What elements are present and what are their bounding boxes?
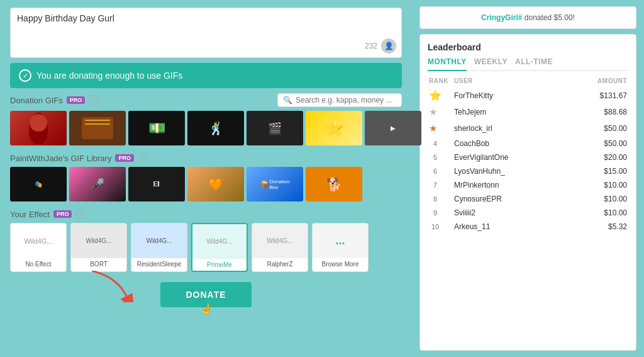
gif-library-row: 🎭 🎤 🎞 🧡 📦DonationBox 🐕	[10, 167, 402, 201]
lb-amount: $15.00	[604, 167, 627, 176]
lb-rank-num: 5	[429, 154, 441, 161]
gif-thumb[interactable]: 🎬	[247, 111, 303, 145]
donate-section: DONATE ☝	[10, 282, 402, 307]
lb-amount: $10.00	[604, 181, 627, 190]
right-panel: CringyGirl# donated $5.00! Leaderboard M…	[412, 0, 644, 357]
gif-thumb[interactable]: 💵	[128, 111, 185, 145]
notification-box: CringyGirl# donated $5.00!	[419, 6, 636, 29]
lb-amount: $50.00	[604, 124, 627, 133]
lb-user: Arkeus_11	[454, 222, 608, 231]
lb-rank-num: 10	[429, 223, 441, 230]
effect-thumb: Wild4G...	[192, 224, 247, 259]
donation-gifs-header: Donation GIFs PRO ? 🔍	[10, 93, 402, 107]
effect-label: ResidentSleepe	[131, 258, 187, 270]
lb-user: ForTheKitty	[454, 91, 600, 100]
help-icon-effect[interactable]: ?	[75, 209, 86, 219]
lb-rank-num: 4	[429, 140, 441, 147]
gif-thumb[interactable]	[69, 111, 126, 145]
lb-rank-num: 7	[429, 181, 441, 189]
lb-header-rank: RANK	[429, 77, 454, 84]
effect-card-browse[interactable]: ... Browse More	[312, 223, 369, 272]
lib-gif-thumb[interactable]: 🎭	[10, 167, 67, 201]
lb-user: sherlock_irl	[454, 124, 604, 133]
table-row: 6 LyosVanHuhn_ $15.00	[428, 164, 628, 178]
rank-star-silver: ★	[429, 106, 437, 118]
leaderboard-box: Leaderboard MONTHLY WEEKLY ALL-TIME RANK…	[419, 34, 636, 351]
lib-gif-thumb[interactable]: 📦DonationBox	[247, 167, 303, 201]
table-row: 9 Sviiiii2 $10.00	[428, 206, 628, 220]
pro-badge-gifs: PRO	[67, 96, 86, 104]
tab-weekly[interactable]: WEEKLY	[474, 57, 508, 70]
effect-thumb: Wild4G...	[71, 224, 126, 258]
lb-user: EverVigilantOne	[454, 153, 604, 162]
lb-rank: 7	[429, 181, 454, 189]
message-box[interactable]: Happy Birthday Day Gurl 232 👤	[10, 8, 402, 58]
char-count: 232	[365, 42, 377, 50]
lb-rank: 5	[429, 154, 454, 161]
effect-card-ralpher[interactable]: Wild4G... RalpherZ	[252, 223, 308, 272]
gif-thumb-last[interactable]: ▶	[365, 111, 421, 145]
effect-card-noeffect[interactable]: Wild4G... No Effect	[10, 223, 67, 272]
left-panel: Happy Birthday Day Gurl 232 👤 ✓ You are …	[0, 0, 412, 357]
leaderboard-title: Leaderboard	[428, 42, 628, 52]
your-effect-header: Your Effect PRO ?	[10, 209, 402, 219]
effect-label: RalpherZ	[252, 258, 308, 270]
lb-rank-num: 6	[429, 167, 441, 175]
search-icon: 🔍	[283, 96, 292, 105]
table-row: 10 Arkeus_11 $5.32	[428, 220, 628, 234]
lb-amount: $131.67	[600, 91, 627, 100]
lb-table-header: RANK USER AMOUNT	[428, 77, 628, 84]
gif-thumb[interactable]: 🕺	[187, 111, 244, 145]
gif-library-label: PaintWithJade's GIF Library	[10, 154, 111, 163]
effect-label: BORT	[71, 258, 126, 270]
gif-search-input[interactable]	[296, 96, 396, 105]
tab-alltime[interactable]: ALL-TIME	[515, 57, 553, 70]
lb-rank: 9	[429, 209, 454, 217]
lb-amount: $5.32	[608, 222, 627, 231]
rank-star-gold: ⭐	[429, 89, 441, 101]
lb-user: Sviiiii2	[454, 208, 604, 217]
lb-rank: 8	[429, 195, 454, 203]
gif-search-box[interactable]: 🔍	[277, 93, 402, 107]
effect-row: Wild4G... No Effect Wild4G... BORT Wild4…	[10, 223, 402, 272]
effect-thumb: Wild4G...	[131, 224, 187, 258]
pro-badge-library: PRO	[115, 154, 134, 162]
help-icon-library[interactable]: ?	[138, 153, 148, 163]
lb-rank: 4	[429, 140, 454, 147]
effect-card-bort[interactable]: Wild4G... BORT	[70, 223, 127, 272]
help-icon-gifs[interactable]: ?	[89, 95, 99, 105]
red-arrow	[92, 271, 142, 302]
lib-gif-thumb[interactable]: 🧡	[187, 167, 244, 201]
lib-gif-thumb[interactable]: 🎞	[128, 167, 185, 201]
lb-amount: $20.00	[604, 153, 627, 162]
donation-gifs-section: Donation GIFs PRO ? 🔍	[10, 93, 402, 145]
lb-user: LyosVanHuhn_	[454, 167, 604, 176]
lb-header-amount: AMOUNT	[597, 77, 627, 84]
rank-star-bronze: ★	[429, 123, 437, 134]
lb-rank: 6	[429, 167, 454, 175]
gif-library-header: PaintWithJade's GIF Library PRO ?	[10, 153, 402, 163]
lb-rank: ⭐	[429, 89, 454, 101]
notification-streamer: CringyGirl#	[481, 13, 522, 22]
tab-monthly[interactable]: MONTHLY	[428, 57, 467, 71]
table-row: ★ TehJejem $88.68	[428, 104, 628, 120]
effect-thumb: Wild4G...	[11, 224, 66, 258]
lib-gif-thumb[interactable]: 🐕	[306, 167, 362, 201]
gif-thumb[interactable]	[10, 111, 67, 145]
lib-gif-thumb[interactable]: 🎤	[69, 167, 126, 201]
lb-rank: ★	[429, 106, 454, 118]
check-icon: ✓	[19, 69, 31, 82]
gif-thumb[interactable]: ⭐	[306, 111, 362, 145]
effect-thumb: ...	[313, 224, 368, 258]
donation-notice: ✓ You are donating enough to use GIFs	[10, 63, 402, 88]
donation-gifs-label: Donation GIFs	[10, 96, 63, 105]
donation-notice-text: You are donating enough to use GIFs	[36, 71, 182, 81]
effect-card-primeme[interactable]: Wild4G... PrimeMe	[191, 223, 248, 272]
table-row: 4 CoachBob $50.00	[428, 137, 628, 150]
effect-card-resident[interactable]: Wild4G... ResidentSleepe	[131, 223, 187, 272]
lb-user: CynosureEPR	[454, 195, 604, 203]
effect-thumb: Wild4G...	[252, 224, 308, 258]
effect-label: Browse More	[313, 258, 368, 270]
lb-user: TehJejem	[454, 108, 604, 116]
notification-text: donated $5.00!	[525, 13, 575, 22]
